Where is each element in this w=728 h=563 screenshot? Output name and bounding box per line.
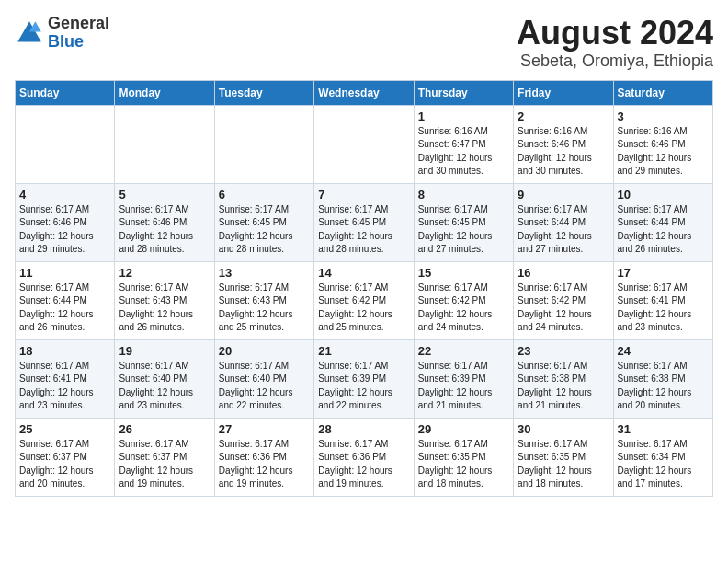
day-info: Sunrise: 6:17 AM Sunset: 6:44 PM Dayligh…	[19, 282, 110, 335]
day-number: 10	[618, 188, 709, 201]
calendar-cell: 8Sunrise: 6:17 AM Sunset: 6:45 PM Daylig…	[414, 183, 513, 261]
day-info: Sunrise: 6:17 AM Sunset: 6:36 PM Dayligh…	[318, 438, 409, 491]
day-info: Sunrise: 6:17 AM Sunset: 6:41 PM Dayligh…	[19, 360, 110, 413]
calendar-cell: 3Sunrise: 6:16 AM Sunset: 6:46 PM Daylig…	[613, 105, 712, 183]
col-header-saturday: Saturday	[613, 80, 712, 105]
calendar-cell: 20Sunrise: 6:17 AM Sunset: 6:40 PM Dayli…	[214, 339, 313, 418]
day-number: 21	[318, 344, 409, 358]
calendar-cell: 11Sunrise: 6:17 AM Sunset: 6:44 PM Dayli…	[16, 261, 115, 339]
calendar-cell: 27Sunrise: 6:17 AM Sunset: 6:36 PM Dayli…	[214, 418, 313, 496]
day-number: 31	[618, 422, 709, 436]
calendar-cell: 25Sunrise: 6:17 AM Sunset: 6:37 PM Dayli…	[16, 418, 115, 496]
calendar-cell: 14Sunrise: 6:17 AM Sunset: 6:42 PM Dayli…	[314, 261, 414, 339]
col-header-monday: Monday	[115, 80, 214, 105]
logo-blue: Blue	[48, 33, 109, 52]
day-info: Sunrise: 6:17 AM Sunset: 6:38 PM Dayligh…	[618, 360, 709, 413]
day-number: 5	[119, 188, 210, 201]
day-info: Sunrise: 6:17 AM Sunset: 6:43 PM Dayligh…	[219, 282, 310, 335]
logo: General Blue	[15, 15, 109, 52]
day-number: 18	[19, 344, 110, 358]
svg-marker-0	[17, 21, 41, 41]
day-number: 11	[19, 266, 110, 280]
day-info: Sunrise: 6:17 AM Sunset: 6:40 PM Dayligh…	[219, 360, 310, 413]
day-number: 9	[518, 188, 609, 201]
calendar-week-3: 11Sunrise: 6:17 AM Sunset: 6:44 PM Dayli…	[16, 261, 713, 339]
day-number: 8	[418, 188, 509, 201]
day-number: 27	[219, 422, 310, 436]
day-info: Sunrise: 6:17 AM Sunset: 6:38 PM Dayligh…	[518, 360, 609, 413]
day-info: Sunrise: 6:17 AM Sunset: 6:40 PM Dayligh…	[119, 360, 210, 413]
calendar-week-2: 4Sunrise: 6:17 AM Sunset: 6:46 PM Daylig…	[16, 183, 713, 261]
day-info: Sunrise: 6:17 AM Sunset: 6:35 PM Dayligh…	[418, 438, 509, 491]
day-info: Sunrise: 6:17 AM Sunset: 6:46 PM Dayligh…	[119, 203, 210, 257]
calendar-cell: 2Sunrise: 6:16 AM Sunset: 6:46 PM Daylig…	[514, 105, 613, 183]
day-info: Sunrise: 6:16 AM Sunset: 6:46 PM Dayligh…	[618, 125, 709, 178]
calendar-cell	[214, 105, 313, 183]
calendar-cell: 19Sunrise: 6:17 AM Sunset: 6:40 PM Dayli…	[115, 339, 214, 418]
day-number: 2	[518, 109, 609, 123]
page-title: August 2024	[517, 15, 713, 52]
logo-general: General	[48, 15, 109, 33]
day-info: Sunrise: 6:16 AM Sunset: 6:46 PM Dayligh…	[518, 125, 609, 178]
day-number: 29	[418, 422, 509, 436]
day-info: Sunrise: 6:17 AM Sunset: 6:45 PM Dayligh…	[318, 203, 409, 257]
col-header-thursday: Thursday	[414, 80, 513, 105]
calendar-cell: 30Sunrise: 6:17 AM Sunset: 6:35 PM Dayli…	[514, 418, 613, 496]
day-number: 26	[119, 422, 210, 436]
calendar-cell: 15Sunrise: 6:17 AM Sunset: 6:42 PM Dayli…	[414, 261, 513, 339]
calendar-week-1: 1Sunrise: 6:16 AM Sunset: 6:47 PM Daylig…	[16, 105, 713, 183]
page-subtitle: Sebeta, Oromiya, Ethiopia	[517, 52, 713, 71]
day-info: Sunrise: 6:17 AM Sunset: 6:46 PM Dayligh…	[19, 203, 110, 257]
col-header-sunday: Sunday	[16, 80, 115, 105]
calendar-week-4: 18Sunrise: 6:17 AM Sunset: 6:41 PM Dayli…	[16, 339, 713, 418]
calendar-cell: 23Sunrise: 6:17 AM Sunset: 6:38 PM Dayli…	[514, 339, 613, 418]
day-number: 30	[518, 422, 609, 436]
day-info: Sunrise: 6:17 AM Sunset: 6:42 PM Dayligh…	[318, 282, 409, 335]
logo-icon	[15, 18, 44, 48]
calendar-cell	[115, 105, 214, 183]
day-info: Sunrise: 6:17 AM Sunset: 6:37 PM Dayligh…	[119, 438, 210, 491]
day-info: Sunrise: 6:17 AM Sunset: 6:39 PM Dayligh…	[418, 360, 509, 413]
calendar-body: 1Sunrise: 6:16 AM Sunset: 6:47 PM Daylig…	[16, 105, 713, 496]
day-number: 16	[518, 266, 609, 280]
day-number: 1	[418, 109, 509, 123]
calendar-cell: 21Sunrise: 6:17 AM Sunset: 6:39 PM Dayli…	[314, 339, 414, 418]
calendar-cell: 24Sunrise: 6:17 AM Sunset: 6:38 PM Dayli…	[613, 339, 712, 418]
calendar-header: SundayMondayTuesdayWednesdayThursdayFrid…	[16, 80, 713, 105]
calendar-cell: 31Sunrise: 6:17 AM Sunset: 6:34 PM Dayli…	[613, 418, 712, 496]
day-number: 20	[219, 344, 310, 358]
col-header-friday: Friday	[514, 80, 613, 105]
day-number: 23	[518, 344, 609, 358]
day-info: Sunrise: 6:17 AM Sunset: 6:42 PM Dayligh…	[418, 282, 509, 335]
day-info: Sunrise: 6:17 AM Sunset: 6:36 PM Dayligh…	[219, 438, 310, 491]
calendar-cell: 7Sunrise: 6:17 AM Sunset: 6:45 PM Daylig…	[314, 183, 414, 261]
day-info: Sunrise: 6:17 AM Sunset: 6:41 PM Dayligh…	[618, 282, 709, 335]
day-number: 17	[618, 266, 709, 280]
day-info: Sunrise: 6:17 AM Sunset: 6:37 PM Dayligh…	[19, 438, 110, 491]
day-info: Sunrise: 6:17 AM Sunset: 6:45 PM Dayligh…	[219, 203, 310, 257]
calendar-cell: 16Sunrise: 6:17 AM Sunset: 6:42 PM Dayli…	[514, 261, 613, 339]
day-number: 6	[219, 188, 310, 201]
calendar-cell: 28Sunrise: 6:17 AM Sunset: 6:36 PM Dayli…	[314, 418, 414, 496]
calendar-cell: 10Sunrise: 6:17 AM Sunset: 6:44 PM Dayli…	[613, 183, 712, 261]
calendar-cell: 6Sunrise: 6:17 AM Sunset: 6:45 PM Daylig…	[214, 183, 313, 261]
day-info: Sunrise: 6:17 AM Sunset: 6:43 PM Dayligh…	[119, 282, 210, 335]
day-info: Sunrise: 6:17 AM Sunset: 6:34 PM Dayligh…	[618, 438, 709, 491]
day-info: Sunrise: 6:17 AM Sunset: 6:44 PM Dayligh…	[518, 203, 609, 257]
day-info: Sunrise: 6:17 AM Sunset: 6:44 PM Dayligh…	[618, 203, 709, 257]
day-number: 3	[618, 109, 709, 123]
day-info: Sunrise: 6:17 AM Sunset: 6:35 PM Dayligh…	[518, 438, 609, 491]
calendar-cell: 1Sunrise: 6:16 AM Sunset: 6:47 PM Daylig…	[414, 105, 513, 183]
day-info: Sunrise: 6:16 AM Sunset: 6:47 PM Dayligh…	[418, 125, 509, 178]
page-header: General Blue August 2024 Sebeta, Oromiya…	[15, 15, 713, 71]
calendar-cell: 13Sunrise: 6:17 AM Sunset: 6:43 PM Dayli…	[214, 261, 313, 339]
header-row: SundayMondayTuesdayWednesdayThursdayFrid…	[16, 80, 713, 105]
day-number: 15	[418, 266, 509, 280]
day-number: 25	[19, 422, 110, 436]
calendar-week-5: 25Sunrise: 6:17 AM Sunset: 6:37 PM Dayli…	[16, 418, 713, 496]
day-number: 7	[318, 188, 409, 201]
col-header-tuesday: Tuesday	[214, 80, 313, 105]
day-number: 24	[618, 344, 709, 358]
calendar-cell: 5Sunrise: 6:17 AM Sunset: 6:46 PM Daylig…	[115, 183, 214, 261]
day-number: 12	[119, 266, 210, 280]
